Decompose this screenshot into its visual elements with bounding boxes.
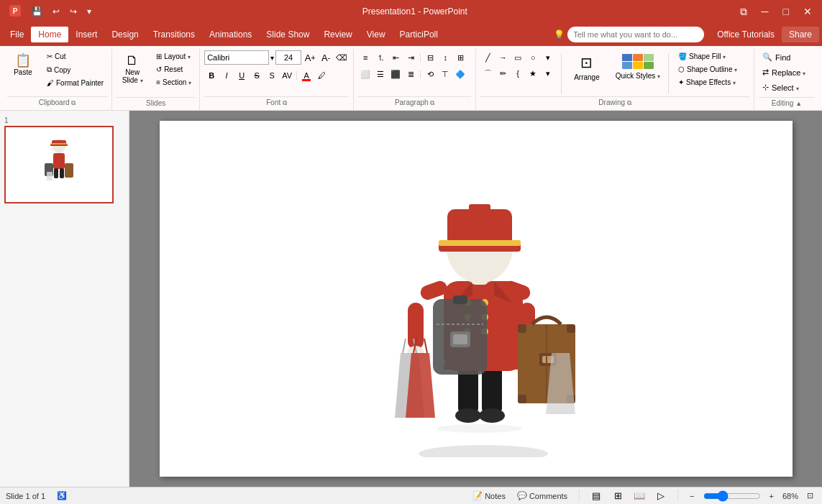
freeform-shape[interactable]: ✏ xyxy=(496,66,510,81)
slide-thumbnail[interactable] xyxy=(4,126,114,203)
italic-button[interactable]: I xyxy=(219,68,234,83)
font-expand[interactable]: ⧉ xyxy=(283,99,287,106)
font-name-dd[interactable]: ▾ xyxy=(270,54,274,62)
justify-button[interactable]: ≣ xyxy=(403,67,418,81)
normal-view-button[interactable]: ▤ xyxy=(588,490,604,503)
menu-animations[interactable]: Animations xyxy=(202,27,259,42)
menu-review[interactable]: Review xyxy=(316,27,359,42)
decrease-font-size-button[interactable]: A- xyxy=(319,50,333,65)
slide-canvas[interactable] xyxy=(160,121,793,477)
tell-me-input[interactable] xyxy=(567,27,704,42)
font-name-input[interactable] xyxy=(204,50,269,65)
redo-button[interactable]: ↪ xyxy=(67,5,80,18)
menu-design[interactable]: Design xyxy=(104,27,145,42)
align-center-button[interactable]: ☰ xyxy=(373,67,388,81)
slide-1-container[interactable]: 1 xyxy=(4,116,124,203)
menu-insert[interactable]: Insert xyxy=(68,27,104,42)
section-button[interactable]: ≡ Section ▾ xyxy=(152,76,195,88)
paragraph-expand[interactable]: ⧉ xyxy=(430,99,434,106)
zoom-in-button[interactable]: + xyxy=(767,490,777,502)
columns-button[interactable]: ⊟ xyxy=(423,50,437,65)
shapes-more2[interactable]: ▾ xyxy=(541,66,555,81)
arrow-shape[interactable]: → xyxy=(496,50,510,65)
align-text-button[interactable]: ⊤ xyxy=(438,67,452,81)
strikethrough-button[interactable]: S xyxy=(250,68,264,83)
font-color-button[interactable]: A xyxy=(299,68,314,83)
editing-collapse[interactable]: ▲ xyxy=(795,100,802,107)
decrease-indent-button[interactable]: ⇤ xyxy=(388,50,403,65)
menu-share[interactable]: Share xyxy=(782,27,819,42)
menu-view[interactable]: View xyxy=(360,27,393,42)
reading-view-button[interactable]: 📖 xyxy=(631,490,647,503)
zoom-slider[interactable] xyxy=(703,490,761,502)
shape-outline-button[interactable]: ⬡ Shape Outline ▾ xyxy=(675,63,741,75)
minimize-button[interactable]: ─ xyxy=(757,4,773,19)
save-button[interactable]: 💾 xyxy=(29,5,45,18)
numbered-list-button[interactable]: ⒈ xyxy=(373,50,388,65)
ellipse-shape[interactable]: ○ xyxy=(526,50,540,65)
rect-shape[interactable]: ▭ xyxy=(511,50,525,65)
increase-font-size-button[interactable]: A+ xyxy=(303,50,317,65)
replace-button[interactable]: ⇄ Replace ▾ xyxy=(759,65,809,79)
align-right-button[interactable]: ⬛ xyxy=(388,67,403,81)
customize-quick-access[interactable]: ▾ xyxy=(84,5,94,18)
menu-file[interactable]: File xyxy=(3,27,31,42)
zoom-out-button[interactable]: − xyxy=(687,490,697,502)
clipboard-expand[interactable]: ⧉ xyxy=(71,99,76,106)
maximize-button[interactable]: □ xyxy=(779,4,793,19)
select-button[interactable]: ⊹ Select ▾ xyxy=(759,81,809,94)
comments-button[interactable]: 💬 Comments xyxy=(514,490,570,502)
clipboard-group: 📋 Paste ✂ Cut ⧉ Copy 🖌 Format Painter xyxy=(3,49,112,110)
align-row: ⬜ ☰ ⬛ ≣ ⟲ ⊤ 🔷 xyxy=(358,67,467,81)
menu-office-tutorials[interactable]: Office Tutorials xyxy=(710,27,782,42)
close-button[interactable]: ✕ xyxy=(799,4,816,19)
cut-button[interactable]: ✂ Cut xyxy=(43,50,107,63)
clear-format-button[interactable]: ⌫ xyxy=(334,50,349,65)
char-spacing-button[interactable]: AV xyxy=(280,68,294,83)
undo-button[interactable]: ↩ xyxy=(50,5,63,18)
slide-sorter-button[interactable]: ⊞ xyxy=(610,490,626,503)
format-painter-button[interactable]: 🖌 Format Painter xyxy=(43,77,107,89)
quick-styles-button[interactable]: Quick Styles ▾ xyxy=(611,50,665,83)
smart-art-button[interactable]: ⊞ xyxy=(453,50,467,65)
slideshow-view-button[interactable]: ▷ xyxy=(653,490,669,503)
layout-button[interactable]: ⊞ Layout ▾ xyxy=(152,50,195,63)
arrange-button[interactable]: ⊡ Arrange xyxy=(567,50,606,85)
text-highlight-button[interactable]: 🖊 xyxy=(314,68,329,83)
text-direction-button[interactable]: ⟲ xyxy=(423,67,437,81)
brace-shape[interactable]: { xyxy=(511,66,525,81)
bold-button[interactable]: B xyxy=(204,68,219,83)
new-slide-button[interactable]: 🗋 NewSlide ▾ xyxy=(117,50,148,88)
convert-to-smartart-button[interactable]: 🔷 xyxy=(453,67,467,81)
fit-to-window-button[interactable]: ⊡ xyxy=(804,490,816,502)
canvas-area[interactable] xyxy=(129,111,822,487)
find-button[interactable]: 🔍 Find xyxy=(759,50,809,64)
font-size-input[interactable] xyxy=(275,50,301,65)
shadow-button[interactable]: S xyxy=(265,68,279,83)
restore-button[interactable]: ⧉ xyxy=(736,4,752,19)
more-shapes[interactable]: ▾ xyxy=(541,50,555,65)
star-shape[interactable]: ★ xyxy=(526,66,540,81)
menu-transitions[interactable]: Transitions xyxy=(146,27,202,42)
menu-slideshow[interactable]: Slide Show xyxy=(259,27,316,42)
menu-participoll[interactable]: ParticiPoll xyxy=(393,27,445,42)
shape-fill-button[interactable]: 🪣 Shape Fill ▾ xyxy=(675,50,741,63)
curve-shape[interactable]: ⌒ xyxy=(480,66,495,81)
quick-styles-grid xyxy=(622,54,654,69)
reset-button[interactable]: ↺ Reset xyxy=(152,63,195,75)
notes-button[interactable]: 📝 Notes xyxy=(470,490,508,502)
app-icon[interactable]: P xyxy=(6,3,24,21)
increase-indent-button[interactable]: ⇥ xyxy=(403,50,418,65)
paste-button[interactable]: 📋 Paste xyxy=(7,50,39,80)
accessibility-button[interactable]: ♿ xyxy=(54,490,70,502)
line-shape[interactable]: ╱ xyxy=(480,50,495,65)
bullet-list-button[interactable]: ≡ xyxy=(358,50,373,65)
shape-outline-label: Shape Outline ▾ xyxy=(687,65,737,73)
underline-button[interactable]: U xyxy=(234,68,249,83)
shape-effects-button[interactable]: ✦ Shape Effects ▾ xyxy=(675,76,741,88)
menu-home[interactable]: Home xyxy=(31,27,68,42)
copy-button[interactable]: ⧉ Copy xyxy=(43,63,107,76)
line-spacing-button[interactable]: ↕ xyxy=(438,50,452,65)
drawing-expand[interactable]: ⧉ xyxy=(627,99,631,106)
align-left-button[interactable]: ⬜ xyxy=(358,67,373,81)
